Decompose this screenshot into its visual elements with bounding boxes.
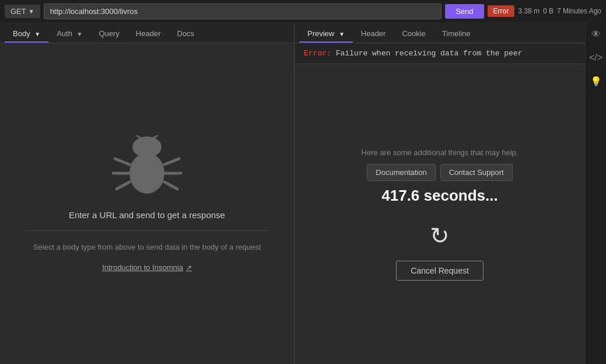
left-body: Enter a URL and send to get a response S… — [0, 43, 294, 364]
body-tab-chevron-icon: ▼ — [34, 31, 40, 37]
preview-chevron-icon: ▼ — [339, 31, 345, 37]
external-link-icon: ↗ — [186, 264, 192, 272]
size-stat: 0 B — [543, 7, 554, 15]
error-message: Failure when receiving data from the pee… — [336, 49, 523, 58]
tab-cookie[interactable]: Cookie — [394, 26, 433, 43]
method-chevron-icon: ▼ — [29, 8, 34, 15]
tab-preview[interactable]: Preview ▼ — [299, 26, 353, 43]
tab-docs[interactable]: Docs — [169, 26, 203, 43]
help-text: Here are some additional things that may… — [362, 148, 519, 157]
right-tabs: Preview ▼ Header Cookie Timeline — [295, 22, 585, 43]
method-label: GET — [10, 7, 26, 16]
url-input[interactable] — [44, 4, 442, 19]
timer-display: 417.6 seconds... — [381, 187, 498, 205]
error-badge: Error — [488, 5, 515, 17]
lightbulb-icon[interactable]: 💡 — [588, 74, 604, 89]
svg-line-8 — [132, 135, 140, 138]
eye-icon[interactable]: 👁 — [589, 27, 603, 42]
help-section: Here are some additional things that may… — [362, 148, 519, 181]
tab-body[interactable]: Body ▼ — [5, 26, 48, 43]
action-buttons: Documentation Contact Support — [367, 164, 512, 181]
refresh-icon: ↻ — [430, 222, 450, 249]
documentation-button[interactable]: Documentation — [367, 164, 435, 181]
svg-line-9 — [154, 135, 162, 138]
tab-query[interactable]: Query — [90, 26, 127, 43]
method-selector[interactable]: GET ▼ — [5, 5, 40, 18]
tab-timeline[interactable]: Timeline — [434, 26, 479, 43]
top-bar: GET ▼ Send Error 3.38 m 0 B 7 Minutes Ag… — [0, 0, 606, 22]
left-divider — [25, 230, 269, 231]
error-keyword: Error: — [304, 49, 331, 58]
tab-auth[interactable]: Auth ▼ — [48, 26, 90, 43]
contact-support-button[interactable]: Contact Support — [440, 164, 513, 181]
svg-line-2 — [115, 159, 129, 164]
code-icon[interactable]: </> — [587, 50, 605, 65]
left-panel: Body ▼ Auth ▼ Query Header Docs — [0, 22, 295, 364]
left-tabs: Body ▼ Auth ▼ Query Header Docs — [0, 22, 294, 43]
intro-link[interactable]: Introduction to Insomnia ↗ — [102, 263, 192, 272]
send-button[interactable]: Send — [445, 4, 484, 19]
svg-point-1 — [129, 153, 164, 194]
svg-line-7 — [164, 182, 177, 189]
right-panel: Preview ▼ Header Cookie Timeline Error: … — [295, 22, 585, 364]
tab-header[interactable]: Header — [353, 26, 394, 43]
right-sidebar: 👁 </> 💡 — [585, 22, 606, 364]
cancel-request-button[interactable]: Cancel Request — [396, 261, 484, 281]
main-content: Body ▼ Auth ▼ Query Header Docs — [0, 22, 606, 364]
tab-header[interactable]: Header — [128, 26, 169, 43]
left-main-text: Enter a URL and send to get a response — [69, 210, 225, 220]
error-bar: Error: Failure when receiving data from … — [295, 43, 585, 64]
intro-link-text: Introduction to Insomnia — [102, 263, 183, 272]
bug-icon — [112, 135, 182, 200]
time-ago: 7 Minutes Ago — [557, 7, 601, 15]
time-stat: 3.38 m — [518, 7, 540, 15]
left-sub-text: Select a body type from above to send da… — [33, 242, 261, 253]
right-body: Error: Failure when receiving data from … — [295, 43, 585, 364]
auth-tab-chevron-icon: ▼ — [77, 31, 83, 37]
svg-line-4 — [117, 182, 129, 189]
response-area: Here are some additional things that may… — [295, 64, 585, 364]
svg-line-5 — [164, 159, 179, 164]
